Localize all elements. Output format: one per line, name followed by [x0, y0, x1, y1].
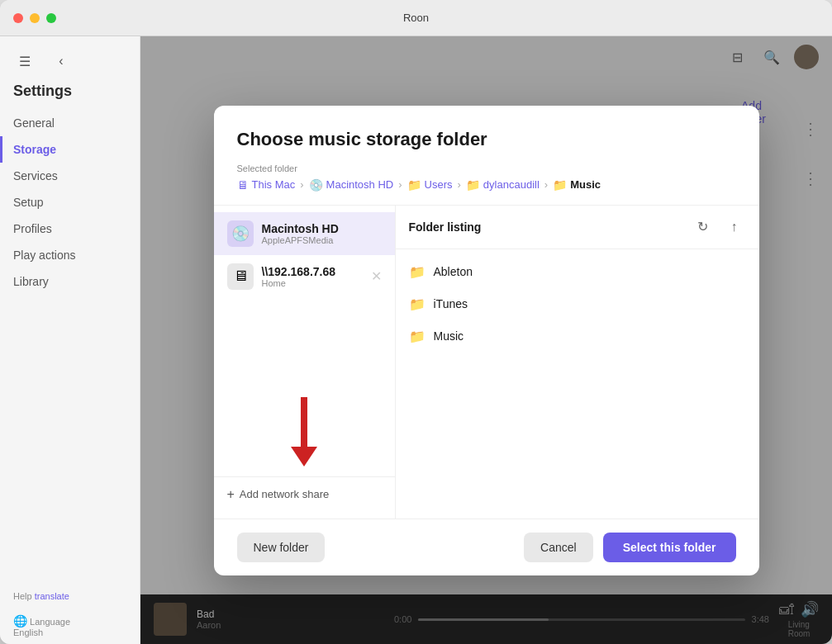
users-folder-icon: 📁	[407, 178, 421, 192]
add-network-label: Add network share	[240, 488, 329, 500]
folder-list: 📁 Ableton 📁 iTunes 📁 Music	[396, 249, 759, 519]
folder-icon-ableton: 📁	[409, 264, 426, 280]
sidebar-title: Settings	[0, 83, 140, 110]
breadcrumb-label: Selected folder	[237, 163, 736, 173]
maximize-button[interactable]	[46, 13, 56, 23]
arrow-head	[291, 447, 317, 466]
translate-link[interactable]: translate	[35, 591, 69, 601]
location-panel-inner: 💿 Macintosh HD AppleAPFSMedia 🖥	[214, 212, 395, 512]
location-name-macintosh: Macintosh HD	[262, 222, 382, 235]
sidebar-language: 🌐 Language English	[0, 611, 140, 644]
remove-location-icon[interactable]: ✕	[371, 268, 382, 284]
breadcrumb-macintosh-hd[interactable]: 💿 Macintosh HD	[309, 178, 394, 192]
breadcrumb-this-mac[interactable]: 🖥 This Mac	[237, 178, 296, 192]
add-network-plus-icon: +	[227, 487, 235, 502]
breadcrumb-dylancaudill[interactable]: 📁 dylancaudill	[466, 178, 540, 192]
modal-breadcrumb: Selected folder 🖥 This Mac › 💿 Macintosh…	[214, 163, 759, 205]
app-title: Roon	[403, 12, 429, 24]
title-bar: Roon	[0, 0, 832, 36]
location-panel: 💿 Macintosh HD AppleAPFSMedia 🖥	[214, 206, 396, 519]
choose-folder-modal: Choose music storage folder Selected fol…	[214, 106, 759, 575]
location-sub-macintosh: AppleAPFSMedia	[262, 235, 382, 245]
network-location-icon: 🖥	[227, 263, 254, 290]
modal-footer-right: Cancel Select this folder	[524, 533, 735, 562]
folder-panel-actions: ↻ ↑	[692, 215, 746, 239]
sidebar-item-library[interactable]: Library	[0, 268, 140, 295]
sidebar-item-storage[interactable]: Storage	[0, 136, 140, 163]
location-items-list: 💿 Macintosh HD AppleAPFSMedia 🖥	[214, 212, 395, 339]
modal-backdrop: Choose music storage folder Selected fol…	[140, 36, 832, 644]
breadcrumb-sep-1: ›	[300, 178, 303, 191]
arrow-shaft	[301, 397, 307, 447]
folder-icon-music: 📁	[409, 329, 426, 344]
select-folder-button[interactable]: Select this folder	[603, 533, 736, 562]
breadcrumb-sep-2: ›	[398, 178, 402, 191]
app-window: Roon ☰ ‹ Settings General Storage Servic…	[0, 0, 832, 644]
breadcrumb-sep-4: ›	[544, 178, 548, 191]
folder-panel: Folder listing ↻ ↑ 📁 Ableton	[396, 206, 759, 519]
folder-item-ableton[interactable]: 📁 Ableton	[396, 256, 759, 288]
cancel-button[interactable]: Cancel	[524, 533, 593, 562]
traffic-lights	[13, 13, 56, 23]
user-folder-icon: 📁	[466, 178, 480, 192]
modal-footer: New folder Cancel Select this folder	[214, 519, 759, 575]
down-arrow	[291, 397, 317, 466]
folder-listing-title: Folder listing	[409, 220, 482, 234]
folder-name-itunes: iTunes	[434, 297, 468, 310]
location-item-macintosh-hd[interactable]: 💿 Macintosh HD AppleAPFSMedia	[214, 212, 395, 255]
sidebar-item-setup[interactable]: Setup	[0, 189, 140, 215]
breadcrumb-music: 📁 Music	[553, 178, 601, 192]
language-icon: 🌐	[13, 614, 27, 627]
macintosh-hd-icon: 💿	[309, 178, 323, 192]
refresh-icon[interactable]: ↻	[692, 215, 715, 239]
sidebar-item-services[interactable]: Services	[0, 163, 140, 189]
music-folder-icon: 📁	[553, 178, 567, 192]
app-body: ☰ ‹ Settings General Storage Services Se…	[0, 36, 832, 644]
folder-item-music[interactable]: 📁 Music	[396, 320, 759, 353]
sidebar-item-general[interactable]: General	[0, 110, 140, 136]
location-sub-network: Home	[262, 278, 363, 288]
folder-name-ableton: Ableton	[434, 265, 473, 278]
breadcrumb-sep-3: ›	[458, 178, 461, 191]
arrow-container	[214, 339, 395, 476]
add-network-share[interactable]: + Add network share	[214, 476, 395, 512]
modal-body: 💿 Macintosh HD AppleAPFSMedia 🖥	[214, 205, 759, 519]
macintosh-hd-location-icon: 💿	[227, 220, 254, 247]
minimize-button[interactable]	[30, 13, 40, 23]
location-item-network[interactable]: 🖥 \\192.168.7.68 Home ✕	[214, 255, 395, 298]
sidebar: ☰ ‹ Settings General Storage Services Se…	[0, 36, 140, 644]
location-info-macintosh: Macintosh HD AppleAPFSMedia	[262, 222, 382, 245]
folder-name-music: Music	[434, 329, 464, 343]
sidebar-item-profiles[interactable]: Profiles	[0, 215, 140, 242]
breadcrumb-users[interactable]: 📁 Users	[407, 178, 453, 192]
folder-item-itunes[interactable]: 📁 iTunes	[396, 288, 759, 320]
back-icon[interactable]: ‹	[50, 50, 73, 73]
sidebar-help: Help translate	[0, 581, 140, 611]
main-content: ⊟ 🔍 Add folder ⋮ ⋮ Choose music storage …	[140, 36, 832, 644]
breadcrumb-path: 🖥 This Mac › 💿 Macintosh HD › 📁	[237, 178, 736, 192]
modal-title: Choose music storage folder	[214, 129, 759, 163]
folder-icon-itunes: 📁	[409, 296, 426, 312]
menu-icon[interactable]: ☰	[13, 50, 36, 73]
close-button[interactable]	[13, 13, 23, 23]
this-mac-icon: 🖥	[237, 178, 249, 192]
sidebar-item-play-actions[interactable]: Play actions	[0, 242, 140, 268]
location-name-network: \\192.168.7.68	[262, 265, 363, 278]
folder-panel-header: Folder listing ↻ ↑	[396, 206, 759, 249]
new-folder-button[interactable]: New folder	[237, 533, 326, 562]
sidebar-top: ☰ ‹	[0, 43, 140, 83]
location-info-network: \\192.168.7.68 Home	[262, 265, 363, 288]
up-directory-icon[interactable]: ↑	[723, 215, 746, 239]
